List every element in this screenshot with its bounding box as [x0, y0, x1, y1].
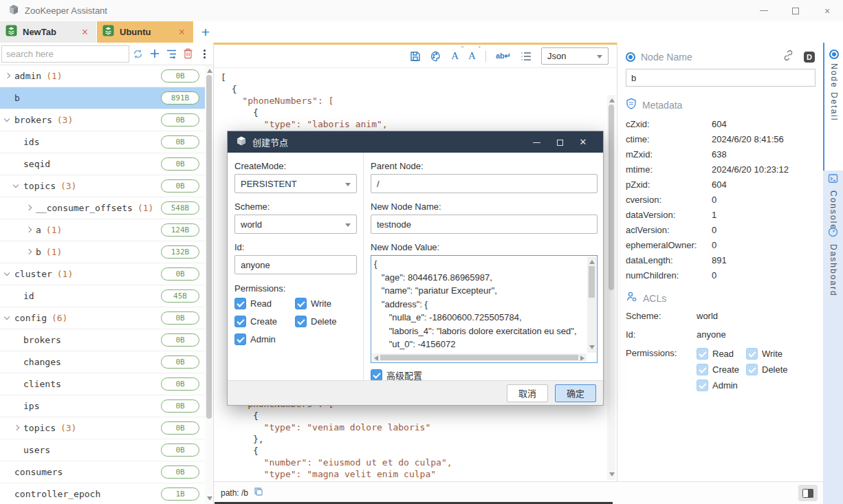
more-options-button[interactable] [197, 45, 213, 63]
chevron-icon[interactable] [12, 336, 21, 344]
panel-toggle-button[interactable] [798, 485, 818, 501]
tree-item[interactable]: id 45B [0, 285, 205, 307]
tree-item[interactable]: brokers 0B [0, 329, 205, 351]
checkbox-checked-icon[interactable] [295, 316, 307, 327]
dialog-minimize-button[interactable] [525, 137, 548, 147]
chevron-icon[interactable] [3, 468, 12, 476]
data-view-icon[interactable]: D [804, 52, 815, 63]
expand-tree-button[interactable] [163, 45, 179, 63]
copy-icon[interactable] [254, 487, 263, 499]
permission-checkbox[interactable]: Read [234, 298, 295, 309]
scroll-thumb[interactable] [609, 105, 614, 290]
tree-item[interactable]: cluster (1) 0B [0, 263, 205, 285]
chevron-icon[interactable] [3, 490, 12, 498]
chevron-icon[interactable] [3, 72, 12, 80]
chevron-icon[interactable] [25, 226, 34, 234]
permission-checkbox[interactable]: Delete [295, 316, 364, 327]
scroll-thumb[interactable] [380, 355, 578, 360]
chevron-icon[interactable] [12, 380, 21, 388]
chevron-icon[interactable] [12, 182, 21, 190]
link-icon[interactable] [782, 50, 794, 64]
scroll-thumb[interactable] [589, 266, 595, 298]
scroll-up-icon[interactable] [609, 98, 615, 102]
new-node-value-textarea[interactable]: { "age": 80446176.86965987, "name": "par… [371, 255, 598, 363]
scroll-down-icon[interactable] [609, 472, 615, 476]
tree-item[interactable]: b (1) 132B [0, 241, 205, 263]
permission-checkbox[interactable]: Create [234, 316, 295, 327]
node-name-input[interactable] [626, 69, 815, 87]
tree-item[interactable]: a (1) 124B [0, 219, 205, 241]
tree-item[interactable]: topics (3) 0B [0, 417, 205, 439]
tab-close-icon[interactable]: × [176, 27, 188, 38]
dialog-close-button[interactable]: ✕ [571, 137, 595, 147]
palette-icon[interactable] [430, 51, 441, 62]
id-input[interactable] [234, 255, 357, 274]
tree-item[interactable]: ids 0B [0, 131, 205, 153]
chevron-icon[interactable] [12, 160, 21, 168]
format-select[interactable]: Json [541, 47, 609, 65]
tree-item[interactable]: ips 0B [0, 395, 205, 417]
chevron-icon[interactable] [12, 292, 21, 300]
tree-item[interactable]: topics (3) 0B [0, 175, 205, 197]
tab-console[interactable]: Console [823, 171, 843, 230]
tree-item[interactable]: controller_epoch 1B [0, 483, 205, 504]
chevron-icon[interactable] [12, 358, 21, 366]
tab-node-detail[interactable]: Node Detail [823, 43, 843, 171]
tab-newtab[interactable]: NewTab × [0, 21, 96, 43]
save-button[interactable] [410, 51, 421, 62]
outline-list-button[interactable] [521, 52, 532, 61]
chevron-icon[interactable] [25, 248, 34, 256]
create-mode-select[interactable]: PERSISTENT [234, 174, 357, 193]
chevron-icon[interactable] [3, 116, 12, 124]
chevron-icon[interactable] [12, 424, 21, 432]
checkbox-checked-icon[interactable] [234, 316, 246, 327]
minimize-button[interactable] [748, 0, 780, 21]
new-tab-button[interactable]: + [194, 21, 217, 43]
scroll-up-icon[interactable] [589, 260, 595, 264]
tree-scrollbar[interactable] [205, 65, 213, 504]
tree-item[interactable]: config (6) 0B [0, 307, 205, 329]
chevron-icon[interactable] [12, 138, 21, 146]
tree-item[interactable]: brokers (3) 0B [0, 109, 205, 131]
permission-checkbox[interactable]: Admin [234, 333, 295, 345]
close-button[interactable]: × [811, 0, 843, 21]
word-wrap-button[interactable]: ab↵ [496, 52, 511, 61]
editor-scrollbar[interactable] [607, 95, 615, 480]
tab-ubuntu[interactable]: Ubuntu × [97, 21, 193, 43]
chevron-icon[interactable] [3, 94, 12, 102]
tree-item[interactable]: changes 0B [0, 351, 205, 373]
checkbox-checked-icon[interactable] [234, 333, 246, 345]
parent-node-input[interactable] [371, 174, 598, 193]
scroll-thumb[interactable] [206, 75, 212, 419]
tab-close-icon[interactable]: × [79, 27, 91, 38]
tab-dashboard[interactable]: Dashboard [823, 227, 843, 297]
tree-item[interactable]: seqid 0B [0, 153, 205, 175]
refresh-button[interactable] [129, 45, 146, 63]
ok-button[interactable]: 确定 [555, 384, 596, 402]
tree-item[interactable]: users 0B [0, 439, 205, 461]
scroll-up-icon[interactable] [207, 69, 212, 73]
new-node-name-input[interactable] [371, 215, 598, 234]
checkbox-checked-icon[interactable] [295, 298, 307, 309]
checkbox-checked-icon[interactable] [371, 369, 382, 381]
value-horizontal-scrollbar[interactable] [372, 353, 587, 362]
tree-item[interactable]: admin (1) 0B [0, 65, 205, 87]
scroll-down-icon[interactable] [207, 496, 212, 501]
tree-item[interactable]: __consumer_offsets (1) 548B [0, 197, 205, 219]
tree-item[interactable]: clients 0B [0, 373, 205, 395]
permission-checkbox[interactable]: Write [295, 298, 364, 309]
search-input[interactable] [1, 45, 129, 63]
maximize-button[interactable] [780, 0, 811, 21]
tree-item[interactable]: consumers 0B [0, 461, 205, 483]
font-increase-button[interactable]: Aˆ [451, 50, 459, 62]
scheme-select[interactable]: world [234, 215, 357, 234]
value-vertical-scrollbar[interactable] [587, 256, 596, 353]
chevron-icon[interactable] [3, 270, 12, 278]
chevron-icon[interactable] [12, 402, 21, 410]
chevron-icon[interactable] [25, 204, 34, 212]
delete-node-button[interactable] [179, 45, 196, 63]
add-node-button[interactable] [146, 45, 162, 63]
cancel-button[interactable]: 取消 [507, 384, 548, 402]
scroll-right-icon[interactable] [580, 355, 584, 361]
checkbox-checked-icon[interactable] [234, 298, 246, 309]
